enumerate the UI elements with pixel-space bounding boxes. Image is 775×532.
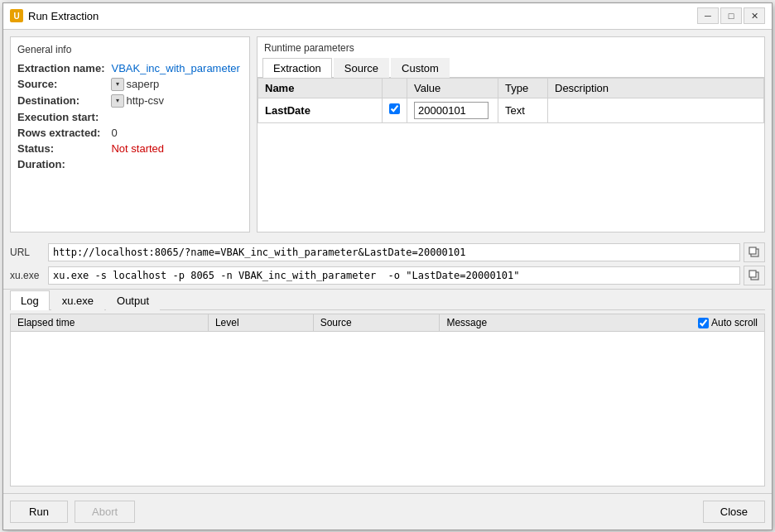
rows-extracted-label: Rows extracted: xyxy=(17,127,104,139)
run-button[interactable]: Run xyxy=(10,501,68,523)
source-value: ▾ saperp xyxy=(111,78,243,91)
log-table: Elapsed time Level Source Message Auto s… xyxy=(11,314,764,332)
param-description xyxy=(548,98,764,122)
bottom-bar: Run Abort Close xyxy=(3,493,772,530)
log-col-elapsed: Elapsed time xyxy=(11,314,208,332)
copy-icon-2 xyxy=(749,270,760,281)
general-info-panel: General info Extraction name: VBAK_inc_w… xyxy=(10,36,250,233)
message-header-text: Message xyxy=(446,317,695,328)
status-label: Status: xyxy=(17,142,104,155)
svg-rect-1 xyxy=(749,247,756,254)
xuexe-row: xu.exe xyxy=(10,266,765,285)
title-buttons: ─ □ ✕ xyxy=(697,7,765,24)
close-title-button[interactable]: ✕ xyxy=(744,7,765,24)
destination-dropdown-arrow[interactable]: ▾ xyxy=(111,94,124,108)
url-row: URL xyxy=(10,242,765,262)
url-label: URL xyxy=(10,247,45,258)
title-bar: U Run Extraction ─ □ ✕ xyxy=(3,3,772,30)
col-header-value: Value xyxy=(407,78,498,98)
tab-log[interactable]: Log xyxy=(10,290,50,310)
info-grid: Extraction name: VBAK_inc_with_parameter… xyxy=(17,62,243,170)
svg-rect-3 xyxy=(749,271,756,277)
duration-label: Duration: xyxy=(17,158,104,170)
param-name: LastDate xyxy=(258,98,383,122)
tab-content-extraction: Name Value Type Description LastDate xyxy=(258,78,764,232)
copy-url-button[interactable] xyxy=(744,242,765,262)
abort-button[interactable]: Abort xyxy=(75,501,135,523)
close-button[interactable]: Close xyxy=(703,501,765,523)
runtime-parameters-panel: Runtime parameters Extraction Source Cus… xyxy=(257,36,765,233)
tab-xuexe-log[interactable]: xu.exe xyxy=(51,290,104,310)
tab-source[interactable]: Source xyxy=(334,58,389,78)
col-header-description: Description xyxy=(548,78,764,98)
rows-extracted-value: 0 xyxy=(111,127,243,139)
tab-extraction[interactable]: Extraction xyxy=(262,58,332,78)
copy-xuexe-button[interactable] xyxy=(744,266,765,285)
param-value-cell xyxy=(407,98,498,122)
log-table-container: Elapsed time Level Source Message Auto s… xyxy=(10,314,765,486)
general-info-title: General info xyxy=(17,44,243,55)
tab-custom[interactable]: Custom xyxy=(391,58,450,78)
xuexe-label: xu.exe xyxy=(10,270,45,281)
destination-text: http-csv xyxy=(126,94,164,107)
auto-scroll-checkbox[interactable] xyxy=(698,318,709,328)
col-header-name: Name xyxy=(258,78,383,98)
table-row: LastDate Text xyxy=(258,98,764,122)
param-checkbox-cell xyxy=(383,98,407,122)
log-col-source: Source xyxy=(313,314,440,332)
url-section: URL xu.exe xyxy=(3,239,772,289)
auto-scroll-label[interactable]: Auto scroll xyxy=(698,317,758,328)
col-header-type: Type xyxy=(498,78,548,98)
main-window: U Run Extraction ─ □ ✕ General info Extr… xyxy=(2,2,773,530)
log-section: Log xu.exe Output Elapsed time Level Sou… xyxy=(3,289,772,493)
param-value-input[interactable] xyxy=(414,102,489,119)
execution-start-label: Execution start: xyxy=(17,111,104,123)
xuexe-input[interactable] xyxy=(48,266,740,285)
log-tabs: Log xu.exe Output xyxy=(10,290,765,310)
destination-label: Destination: xyxy=(17,94,104,107)
source-text: saperp xyxy=(126,78,159,90)
main-content: General info Extraction name: VBAK_inc_w… xyxy=(3,30,772,240)
app-icon: U xyxy=(10,9,23,22)
param-checkbox[interactable] xyxy=(389,103,400,114)
runtime-tabs: Extraction Source Custom xyxy=(258,57,764,78)
tab-output[interactable]: Output xyxy=(106,290,160,310)
minimize-button[interactable]: ─ xyxy=(697,7,719,24)
param-type: Text xyxy=(498,98,548,122)
params-table: Name Value Type Description LastDate xyxy=(258,78,764,123)
copy-icon xyxy=(749,247,760,258)
source-label: Source: xyxy=(17,78,104,90)
extraction-name-label: Extraction name: xyxy=(17,62,104,74)
url-input[interactable] xyxy=(48,243,740,261)
extraction-name-value: VBAK_inc_with_parameter xyxy=(111,62,243,74)
window-title: Run Extraction xyxy=(28,10,99,22)
source-dropdown-arrow[interactable]: ▾ xyxy=(111,78,124,91)
maximize-button[interactable]: □ xyxy=(720,7,742,24)
status-value: Not started xyxy=(111,142,243,155)
destination-value: ▾ http-csv xyxy=(111,94,243,108)
log-col-level: Level xyxy=(208,314,313,332)
auto-scroll-text: Auto scroll xyxy=(711,317,758,328)
log-col-message: Message Auto scroll xyxy=(440,314,764,332)
runtime-parameters-title: Runtime parameters xyxy=(258,37,764,57)
